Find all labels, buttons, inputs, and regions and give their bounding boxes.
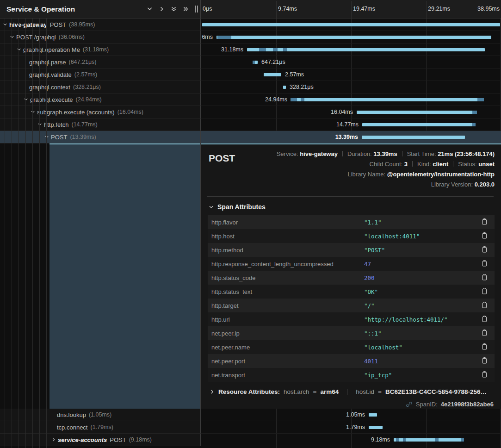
span-bar[interactable] <box>253 61 258 64</box>
span-row-post-selected[interactable]: POST (13.39ms) 13.39ms <box>0 131 501 143</box>
attr-row[interactable]: http.flavor "1.1" <box>208 215 495 229</box>
span-duration-label: 6ms <box>201 31 213 44</box>
copy-icon[interactable] <box>481 232 489 240</box>
chevron-down-icon <box>209 205 214 210</box>
detail-divider <box>207 196 494 197</box>
detail-start-time: 21ms (23:56:48.174) <box>438 150 495 157</box>
chevron-down-icon[interactable] <box>10 35 14 39</box>
copy-icon[interactable] <box>481 246 489 254</box>
chevron-down-icon[interactable] <box>44 135 49 139</box>
attr-row[interactable]: net.peer.name "localhost" <box>208 340 495 354</box>
copy-icon[interactable] <box>481 371 489 379</box>
span-bar[interactable] <box>369 413 377 417</box>
copy-icon[interactable] <box>481 287 489 296</box>
span-row-graphql-validate[interactable]: graphql.validate (2.57ms) 2.57ms <box>0 68 501 81</box>
collapse-all-icon[interactable] <box>167 4 179 15</box>
span-bar[interactable] <box>357 111 477 114</box>
attr-value: "ip_tcp" <box>364 372 481 379</box>
chevron-down-icon[interactable] <box>24 97 28 102</box>
attr-value: "OK" <box>364 288 481 295</box>
span-bar[interactable] <box>291 98 484 101</box>
copy-icon[interactable] <box>481 315 489 324</box>
copy-icon[interactable] <box>481 274 489 282</box>
resource-key: host.id <box>356 388 374 395</box>
detail-duration: 13.39ms <box>373 150 397 157</box>
detail-title: POST <box>206 149 235 190</box>
chevron-down-icon[interactable] <box>17 47 21 52</box>
span-bar[interactable] <box>362 123 476 126</box>
attr-row[interactable]: http.target "/" <box>208 299 495 312</box>
attr-value: "/" <box>364 302 481 309</box>
span-row-hive-gateway-post[interactable]: hive-gateway POST (38.95ms) <box>0 19 501 31</box>
attr-value: "1.1" <box>364 219 481 226</box>
span-id-row: SpanID: 4e21998f3b82abe6 <box>206 395 495 408</box>
attr-row[interactable]: http.method "POST" <box>208 243 495 257</box>
span-bar[interactable] <box>394 438 464 442</box>
span-bar[interactable] <box>369 426 383 429</box>
span-row-graphql-context[interactable]: graphql.context (328.21μs) 328.21μs <box>0 81 501 93</box>
attr-row[interactable]: http.status_code 200 <box>208 271 495 285</box>
copy-icon[interactable] <box>481 260 489 268</box>
span-detail-band: POST Service: hive-gatewayDuration: 13.3… <box>0 143 501 409</box>
span-duration-label: 31.18ms <box>201 44 243 56</box>
span-duration-label: 9.18ms <box>201 434 390 446</box>
span-detail-panel: POST Service: hive-gatewayDuration: 13.3… <box>201 143 501 409</box>
detail-overview: Service: hive-gatewayDuration: 13.39msSt… <box>277 149 495 190</box>
span-duration-label: 1.05ms <box>201 409 365 421</box>
attr-row[interactable]: http.response_content_length_uncompresse… <box>208 257 495 271</box>
span-duration: (38.95ms) <box>69 21 95 28</box>
span-bar[interactable] <box>362 136 465 139</box>
attr-row[interactable]: http.url "http://localhost:4011/" <box>208 312 495 326</box>
span-bar[interactable] <box>264 73 281 76</box>
span-duration-label: 647.21μs <box>261 56 285 68</box>
span-operation: POST <box>50 21 66 28</box>
link-icon[interactable] <box>406 401 413 408</box>
attr-row[interactable]: http.status_text "OK" <box>208 285 495 299</box>
span-bar[interactable] <box>247 48 485 51</box>
span-row-graphql-execute[interactable]: graphql.execute (24.94ms) 24.94ms <box>0 93 501 106</box>
span-row-service-accounts-post[interactable]: service-accounts POST (9.18ms) 9.18ms <box>0 434 501 446</box>
ruler-tick-2: 19.47ms <box>353 6 375 12</box>
attr-key: http.host <box>211 233 364 240</box>
span-row-dns-lookup[interactable]: dns.lookup (1.05ms) 1.05ms <box>0 409 501 421</box>
span-operation: subgraph.execute (accounts) <box>37 109 115 116</box>
copy-icon[interactable] <box>481 329 489 337</box>
attr-row[interactable]: net.peer.port 4011 <box>208 354 495 368</box>
chevron-right-icon[interactable] <box>51 437 56 442</box>
span-row-graphql-parse[interactable]: graphql.parse (647.21μs) 647.21μs <box>0 56 501 68</box>
chevron-down-icon[interactable] <box>3 22 7 27</box>
span-bar[interactable] <box>202 23 500 26</box>
attr-row[interactable]: net.peer.ip "::1" <box>208 326 495 340</box>
span-operation: graphql.parse <box>29 59 66 66</box>
chevron-down-icon[interactable] <box>37 122 42 127</box>
span-row-subgraph-execute[interactable]: subgraph.execute (accounts) (16.04ms) 16… <box>0 106 501 118</box>
span-row-graphql-operation[interactable]: graphql.operation Me (31.18ms) 31.18ms <box>0 44 501 56</box>
span-duration-label: 1.79ms <box>201 421 365 434</box>
expand-all-icon[interactable] <box>179 4 192 15</box>
copy-icon[interactable] <box>481 301 489 310</box>
copy-icon[interactable] <box>481 343 489 351</box>
span-row-tcp-connect[interactable]: tcp.connect (1.79ms) 1.79ms <box>0 421 501 434</box>
attr-row[interactable]: http.host "localhost:4011" <box>208 229 495 243</box>
span-duration: (1.79ms) <box>91 424 113 430</box>
span-attributes-toggle[interactable]: Span Attributes <box>206 202 495 215</box>
column-resize-handle[interactable] <box>195 6 198 12</box>
copy-icon[interactable] <box>481 218 489 226</box>
attr-key: net.transport <box>211 372 364 379</box>
attr-key: http.method <box>211 247 364 254</box>
collapse-one-icon[interactable] <box>143 4 155 15</box>
span-row-http-fetch[interactable]: http.fetch (14.77ms) 14.77ms <box>0 118 501 131</box>
span-row-post-graphql[interactable]: POST /graphql (36.06ms) 6ms <box>0 31 501 44</box>
span-operation: POST <box>110 436 126 443</box>
resource-attributes-toggle[interactable]: Resource Attributes: host.arch = arm64 h… <box>206 382 495 395</box>
span-service: service-accounts <box>58 436 107 443</box>
span-bar[interactable] <box>216 36 491 39</box>
attr-row[interactable]: net.transport "ip_tcp" <box>208 368 495 382</box>
attr-key: net.peer.name <box>211 344 364 351</box>
attr-key: http.url <box>211 316 364 323</box>
span-bar[interactable] <box>283 86 286 89</box>
copy-icon[interactable] <box>481 357 489 365</box>
span-duration: (13.39ms) <box>70 134 96 140</box>
expand-one-icon[interactable] <box>155 4 167 15</box>
chevron-down-icon[interactable] <box>31 110 35 114</box>
